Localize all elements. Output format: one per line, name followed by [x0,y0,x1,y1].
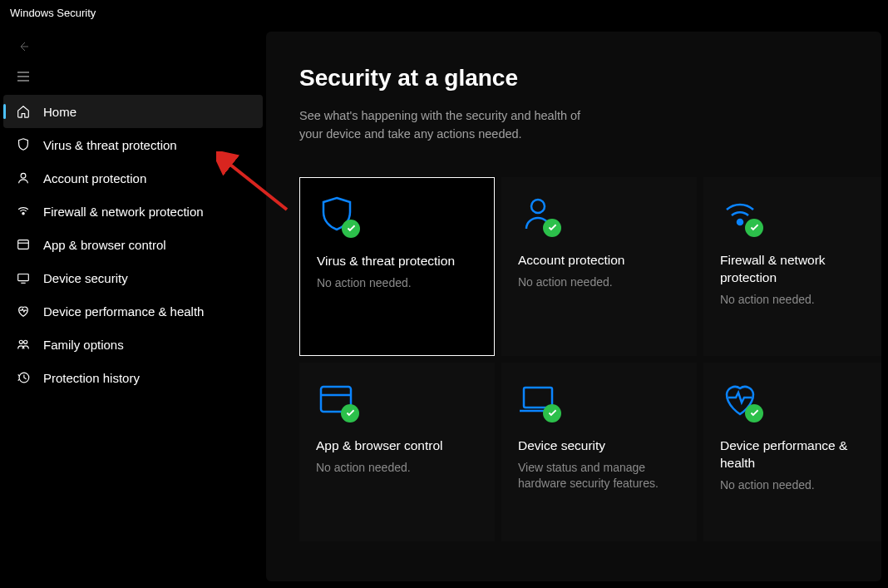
tile-account[interactable]: Account protection No action needed. [501,177,697,356]
tile-app-browser[interactable]: App & browser control No action needed. [299,363,495,541]
window-title: Windows Security [10,7,96,19]
success-badge-icon [341,404,359,422]
home-icon [15,103,32,120]
family-icon [15,336,32,353]
sidebar-item-virus-threat[interactable]: Virus & threat protection [3,128,263,161]
svg-point-5 [24,340,27,343]
tile-title: Device security [518,437,680,455]
tile-status: No action needed. [518,274,680,291]
sidebar-item-history[interactable]: Protection history [3,361,263,394]
health-icon [720,379,760,419]
tile-title: App & browser control [316,437,478,455]
tile-title: Account protection [518,252,680,269]
svg-point-1 [22,213,24,215]
sidebar-item-label: Home [43,105,76,119]
success-badge-icon [543,404,561,422]
svg-point-4 [19,340,22,343]
tile-status: No action needed. [720,477,881,494]
sidebar-item-firewall[interactable]: Firewall & network protection [3,195,263,228]
network-icon [720,194,760,234]
sidebar-item-label: Account protection [43,171,146,185]
tile-status: No action needed. [720,292,881,309]
success-badge-icon [745,404,763,422]
sidebar-item-performance[interactable]: Device performance & health [3,294,263,328]
person-icon [518,194,558,234]
page-title: Security at a glance [299,65,848,91]
nav-menu-button[interactable] [12,62,42,91]
device-icon [15,269,32,286]
tile-title: Device performance & health [720,437,881,472]
tile-status: No action needed. [317,275,477,292]
shield-icon [15,136,32,153]
tile-performance[interactable]: Device performance & health No action ne… [703,363,881,541]
main-content: Security at a glance See what's happenin… [266,32,881,581]
browser-icon [15,236,32,253]
tile-grid: Virus & threat protection No action need… [299,177,848,541]
history-icon [15,369,32,386]
page-subtitle: See what's happening with the security a… [299,106,599,144]
sidebar-item-home[interactable]: Home [3,95,263,128]
svg-point-0 [21,173,26,178]
person-icon [15,170,32,186]
sidebar-item-label: Firewall & network protection [43,205,204,219]
success-badge-icon [342,220,360,238]
tile-firewall[interactable]: Firewall & network protection No action … [703,177,881,356]
sidebar-item-account[interactable]: Account protection [3,161,263,195]
tile-virus-threat[interactable]: Virus & threat protection No action need… [299,177,495,356]
network-icon [15,203,32,220]
tile-device-security[interactable]: Device security View status and manage h… [501,363,697,541]
tile-title: Firewall & network protection [720,252,881,287]
shield-icon [317,195,357,235]
sidebar: Home Virus & threat protection Account p… [0,25,266,588]
browser-icon [316,379,356,419]
sidebar-item-label: Virus & threat protection [43,138,177,152]
success-badge-icon [543,219,561,237]
svg-point-8 [738,220,742,225]
tile-status: View status and manage hardware security… [518,460,680,492]
sidebar-item-label: App & browser control [43,238,166,252]
health-icon [15,303,32,319]
device-icon [518,379,558,419]
sidebar-item-app-browser[interactable]: App & browser control [3,228,263,261]
svg-rect-3 [18,274,29,281]
tile-title: Virus & threat protection [317,253,477,270]
sidebar-item-label: Protection history [43,371,140,385]
svg-point-7 [531,200,545,213]
sidebar-item-label: Family options [43,338,124,352]
sidebar-item-label: Device performance & health [43,304,204,319]
sidebar-item-device-security[interactable]: Device security [3,261,263,294]
tile-status: No action needed. [316,460,478,477]
svg-rect-2 [18,240,29,250]
success-badge-icon [745,219,763,237]
sidebar-item-label: Device security [43,271,128,285]
back-button[interactable] [12,32,42,62]
sidebar-item-family[interactable]: Family options [3,328,263,361]
